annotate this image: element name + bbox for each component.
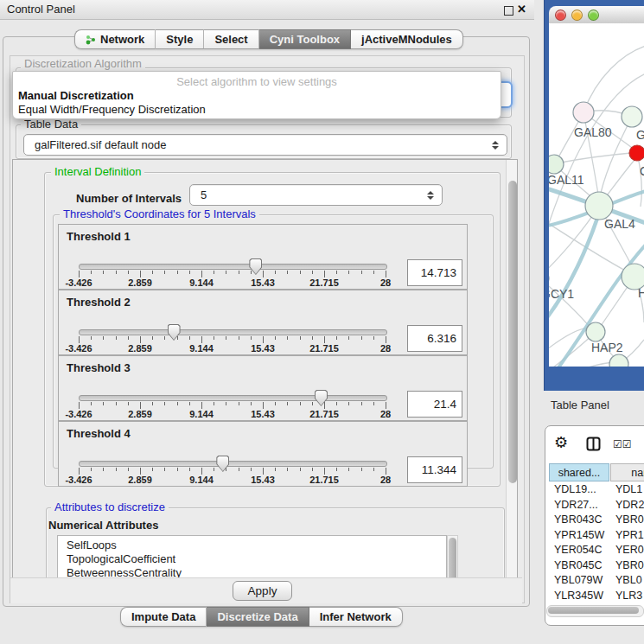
scrollbar-thumb[interactable] <box>449 538 456 579</box>
threshold-label: Threshold 4 <box>67 427 131 440</box>
slider-thumb[interactable] <box>315 390 328 406</box>
network-node-label: GAL11 <box>549 173 584 187</box>
control-panel-tabs: NetworkStyleSelectCyni ToolboxjActiveMNo… <box>74 29 463 49</box>
tab-label: Discretize Data <box>217 608 297 626</box>
tab-cyni-toolbox[interactable]: Cyni Toolbox <box>259 29 351 49</box>
cell-name: YBL0 <box>615 573 642 589</box>
popup-hint: Select algorithm to view settings <box>13 75 501 88</box>
network-node-label: GCY1 <box>549 287 574 301</box>
slider-track[interactable] <box>79 461 387 467</box>
scrollbar-thumb[interactable] <box>548 607 639 614</box>
popup-item-manual-discretization[interactable]: Manual Discretization <box>13 89 506 102</box>
table-row[interactable]: YER054CYER0 <box>549 543 644 558</box>
number-of-intervals-combobox[interactable]: 5 <box>189 184 443 206</box>
threshold-label: Threshold 1 <box>67 230 131 243</box>
slider-tick-labels: -3.4262.8599.14415.4321.71528 <box>79 409 386 419</box>
main-vertical-scrollbar[interactable] <box>506 160 518 578</box>
threshold-row-4: Threshold 4-3.4262.8599.14415.4321.71528… <box>58 421 468 487</box>
table-row[interactable]: YDL19...YDL1 <box>549 482 644 498</box>
network-node[interactable] <box>586 322 605 341</box>
tab-infer-network[interactable]: Infer Network <box>309 607 403 627</box>
tab-style[interactable]: Style <box>156 29 204 49</box>
popup-item-equal-width-frequency[interactable]: Equal Width/Frequency Discretization <box>13 103 506 116</box>
tab-network[interactable]: Network <box>74 29 156 49</box>
close-icon[interactable]: ✕ <box>517 3 526 16</box>
network-tab-icon <box>86 35 96 45</box>
discretization-algorithm-title: Discretization Algorithm <box>21 57 145 70</box>
slider-thumb[interactable] <box>249 258 262 275</box>
slider-tick-labels: -3.4262.8599.14415.4321.71528 <box>79 343 386 354</box>
zoom-traffic-light-icon[interactable] <box>588 10 599 21</box>
combo-arrows-icon <box>424 191 437 200</box>
window-title: Control Panel <box>7 3 75 16</box>
numerical-attributes-list: SelfLoopsTopologicalCoefficientBetweenne… <box>57 535 447 579</box>
table-header-name[interactable]: name <box>610 463 644 481</box>
threshold-value-field[interactable]: 14.713 <box>407 259 462 286</box>
number-of-intervals-value: 5 <box>190 188 424 201</box>
slider-track[interactable] <box>79 329 387 335</box>
scrollbar-thumb[interactable] <box>508 181 517 483</box>
tab-jactivemnodules[interactable]: jActiveMNodules <box>351 29 463 49</box>
table-row[interactable]: YDR27...YDR2 <box>549 498 644 513</box>
table-panel-title: Table Panel <box>551 399 609 411</box>
attribute-list-item[interactable]: SelfLoops <box>58 539 446 552</box>
cell-name: YLR3 <box>615 589 642 604</box>
table-row[interactable]: YLR345WYLR3 <box>549 589 644 604</box>
network-node[interactable] <box>609 354 628 367</box>
network-node[interactable] <box>622 106 642 127</box>
table-row[interactable]: YBL079WYBL0 <box>549 573 644 589</box>
thresholds-group-title: Threshold's Coordinates for 5 Intervals <box>60 207 259 220</box>
minimize-traffic-light-icon[interactable] <box>571 10 583 21</box>
tab-label: Infer Network <box>320 608 392 626</box>
table-data-title: Table Data <box>21 118 81 131</box>
checkbox-icons[interactable]: ☑☑ <box>613 438 632 450</box>
slider-thumb[interactable] <box>216 456 229 472</box>
table-horizontal-scrollbar[interactable] <box>546 605 644 617</box>
cell-name: YPR1 <box>615 528 644 544</box>
content-scroll-pane: Interval Definition Number of Intervals … <box>12 159 518 579</box>
network-canvas[interactable]: GAL80GACGAL11GAL4GCY1HHAP2 <box>549 23 644 367</box>
gear-icon[interactable]: ⚙ <box>554 433 568 452</box>
columns-icon[interactable] <box>586 437 601 455</box>
network-node-label: HAP2 <box>591 341 623 354</box>
network-node-label: GAL80 <box>574 125 612 139</box>
cell-shared-name: YDL19... <box>554 482 609 498</box>
slider-track[interactable] <box>79 395 387 401</box>
threshold-value-field[interactable]: 6.316 <box>407 325 462 352</box>
float-icon[interactable] <box>504 6 513 16</box>
network-edge[interactable] <box>556 153 631 163</box>
table-header-shared-name[interactable]: shared... <box>549 463 609 481</box>
cell-shared-name: YDR27... <box>554 498 609 513</box>
cell-name: YBR0 <box>615 513 644 528</box>
slider-track[interactable] <box>79 264 387 270</box>
cell-shared-name: YPR145W <box>554 528 609 544</box>
table-data-combobox[interactable]: galFiltered.sif default node <box>23 134 507 156</box>
network-node-label: GAL4 <box>604 217 635 231</box>
network-node[interactable] <box>629 145 644 161</box>
tab-impute-data[interactable]: Impute Data <box>120 607 207 627</box>
threshold-row-3: Threshold 3-3.4262.8599.14415.4321.71528… <box>58 355 468 421</box>
network-node[interactable] <box>585 192 613 220</box>
threshold-value-field[interactable]: 21.4 <box>407 391 462 418</box>
threshold-label: Threshold 3 <box>67 361 131 374</box>
numerical-attributes-label: Numerical Attributes <box>48 519 158 532</box>
tab-select[interactable]: Select <box>204 29 258 49</box>
table-row[interactable]: YBR045CYBR0 <box>549 558 644 574</box>
close-traffic-light-icon[interactable] <box>555 10 566 21</box>
tab-label: Select <box>214 30 247 48</box>
network-node[interactable] <box>573 102 594 123</box>
table-row[interactable]: YPR145WYPR1 <box>549 528 644 544</box>
attributes-list-scrollbar[interactable] <box>447 535 458 579</box>
table-row[interactable]: YBR043CYBR0 <box>549 513 644 528</box>
threshold-value-field[interactable]: 11.344 <box>407 456 462 483</box>
attribute-list-item[interactable]: TopologicalCoefficient <box>58 552 446 566</box>
slider-tick-labels: -3.4262.8599.14415.4321.71528 <box>79 475 386 485</box>
tab-label: jActiveMNodules <box>361 30 452 48</box>
slider-thumb[interactable] <box>168 324 181 341</box>
network-node-label: GA <box>636 128 644 142</box>
network-node[interactable] <box>549 155 564 174</box>
threshold-row-2: Threshold 2-3.4262.8599.14415.4321.71528… <box>58 290 468 355</box>
cell-name: YDR2 <box>615 498 644 513</box>
apply-button[interactable]: Apply <box>233 581 292 601</box>
tab-discretize-data[interactable]: Discretize Data <box>207 607 309 627</box>
